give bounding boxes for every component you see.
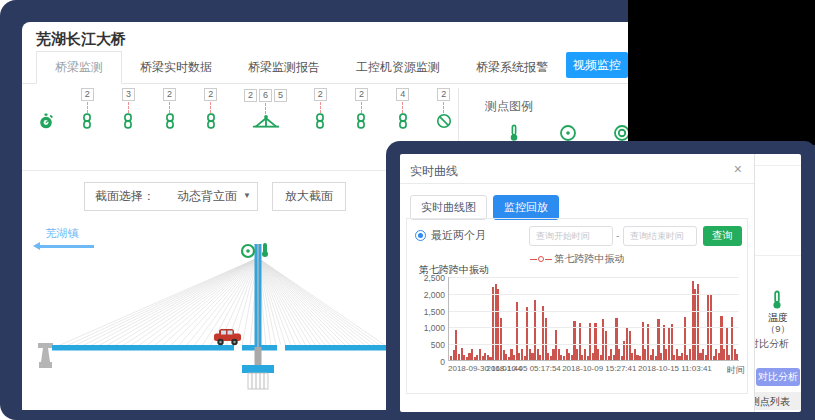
link-icon (79, 113, 95, 133)
sensor-badges: 2 (437, 88, 450, 101)
sensor-badges: 4 (396, 88, 409, 101)
bridge-sensor-icon (252, 114, 280, 133)
dashed-line (210, 102, 211, 113)
dashed-line (320, 102, 321, 113)
tab-3[interactable]: 工控机资源监测 (338, 52, 458, 83)
link-icon (353, 113, 369, 133)
chart-bars (450, 277, 739, 360)
sensor-count-badge: 2 (81, 88, 94, 101)
sensor-badges: 2 (163, 88, 176, 101)
sensor-badges: 2 (314, 88, 327, 101)
gridline (449, 277, 739, 278)
camera-sensor-icon (242, 245, 254, 257)
y-tick-label: 2,000 (409, 290, 445, 300)
sensor-sidebar: 温度 （9） 对比分析 对比分析 测点列表 (755, 154, 801, 412)
x-tick-label: 2018-10-15 11:03:41 (638, 364, 712, 373)
sensor-badges: 2 (81, 88, 94, 101)
tab-2[interactable]: 桥梁监测报告 (230, 52, 338, 83)
dialog-tab-1[interactable]: 监控回放 (493, 195, 559, 220)
legend-marker-icon (530, 259, 537, 260)
sensor-badges: 2 (204, 88, 217, 101)
link-icon (120, 113, 136, 133)
sensor-count-badge: 2 (204, 88, 217, 101)
data-bar (684, 317, 686, 360)
sensor-unit[interactable] (38, 113, 54, 133)
divider (755, 255, 801, 256)
sensor-count-badge: 5 (274, 89, 287, 102)
legend-marker-icon (545, 259, 552, 260)
stopwatch-icon (38, 113, 54, 133)
sensor-count-badge: 2 (437, 88, 450, 101)
dashed-line (361, 102, 362, 113)
overlay-window: 实时曲线 × 实时曲线图监控回放 最近两个月 - 查询 (386, 141, 815, 420)
sensor-unit[interactable]: 265 (244, 89, 287, 133)
screenshot-stage: 芜湖长江大桥 桥梁监测桥梁实时数据桥梁监测报告工控机资源监测桥梁系统报警 视频监… (0, 0, 815, 420)
bridge-abutment (38, 343, 53, 368)
tab-0[interactable]: 桥梁监测 (36, 51, 122, 84)
tab-4[interactable]: 桥梁系统报警 (458, 52, 566, 83)
close-icon[interactable]: × (734, 161, 742, 177)
legend-icons (505, 124, 631, 141)
section-select[interactable]: 动态背立面 ▼ (165, 183, 257, 210)
ban-icon (436, 113, 452, 133)
sensor-count-badge: 2 (244, 89, 257, 102)
end-time-input[interactable] (623, 226, 697, 246)
dialog-header: 实时曲线 × (400, 154, 754, 184)
section-select-group: 截面选择： 动态背立面 ▼ (84, 182, 258, 211)
recent-two-months-radio[interactable]: 最近两个月 (415, 228, 486, 243)
y-tick-label: 0 (409, 357, 445, 367)
sensor-unit[interactable]: 2 (79, 88, 95, 133)
sensor-count-badge: 2 (355, 88, 368, 101)
zoom-section-button[interactable]: 放大截面 (272, 182, 346, 211)
query-button[interactable]: 查询 (703, 226, 742, 246)
section-select-label: 截面选择： (85, 183, 165, 210)
sensor-unit[interactable]: 3 (120, 88, 136, 133)
gridline (449, 311, 739, 312)
sensor-strip: 23222652242 (32, 88, 458, 141)
dashed-line (443, 102, 444, 113)
dialog-body: 最近两个月 - 查询 第七跨跨中振动 第七跨跨中振动 05001 (406, 218, 748, 394)
sensor-unit[interactable]: 4 (395, 88, 411, 133)
compare-analysis-label: 对比分析 (755, 337, 789, 351)
thermometer-icon (767, 290, 787, 310)
section-select-value: 动态背立面 (177, 189, 237, 203)
dashed-line (265, 103, 266, 114)
temperature-count: （9） (755, 323, 801, 336)
page-title: 芜湖长江大桥 (36, 30, 126, 49)
bridge-svg (22, 238, 390, 410)
dashed-line (169, 102, 170, 113)
sensor-unit[interactable]: 2 (203, 88, 219, 133)
bridge-tower (255, 244, 262, 367)
y-tick-label: 1,000 (409, 323, 445, 333)
dashed-line (87, 102, 88, 113)
data-bar (736, 354, 738, 360)
compare-analysis-button[interactable]: 对比分析 (756, 368, 800, 386)
y-tick-label: 500 (409, 340, 445, 350)
sensor-unit[interactable]: 2 (312, 88, 328, 133)
point-list-label: 测点列表 (755, 395, 790, 409)
sensor-count-badge: 2 (163, 88, 176, 101)
sensor-unit[interactable]: 2 (353, 88, 369, 133)
y-tick-label: 2,500 (409, 273, 445, 283)
sensor-count-badge: 2 (314, 88, 327, 101)
sensor-unit[interactable]: 2 (162, 88, 178, 133)
legend-text: 第七跨跨中振动 (554, 253, 624, 264)
point-list-row[interactable]: 测点列表 (755, 392, 801, 410)
start-time-input[interactable] (529, 226, 613, 246)
thermometer-sensor-icon (262, 243, 268, 257)
video-monitor-button[interactable]: 视频监控 (566, 52, 628, 78)
legend-circle-icon (538, 256, 544, 262)
sensor-count-badge: 4 (396, 88, 409, 101)
radio-icon (415, 230, 426, 241)
gridline (449, 344, 739, 345)
link-icon (395, 113, 411, 133)
sensor-unit[interactable]: 2 (436, 88, 452, 133)
sensor-count-badge: 6 (259, 89, 272, 102)
dialog-tabs: 实时曲线图监控回放 (410, 195, 559, 220)
realtime-curve-dialog: 实时曲线 × 实时曲线图监控回放 最近两个月 - 查询 (400, 154, 755, 412)
dialog-tab-0[interactable]: 实时曲线图 (410, 195, 487, 220)
data-bar (697, 284, 699, 360)
chevron-down-icon: ▼ (243, 191, 251, 200)
tab-1[interactable]: 桥梁实时数据 (122, 52, 230, 83)
y-tick-label: 1,500 (409, 307, 445, 317)
